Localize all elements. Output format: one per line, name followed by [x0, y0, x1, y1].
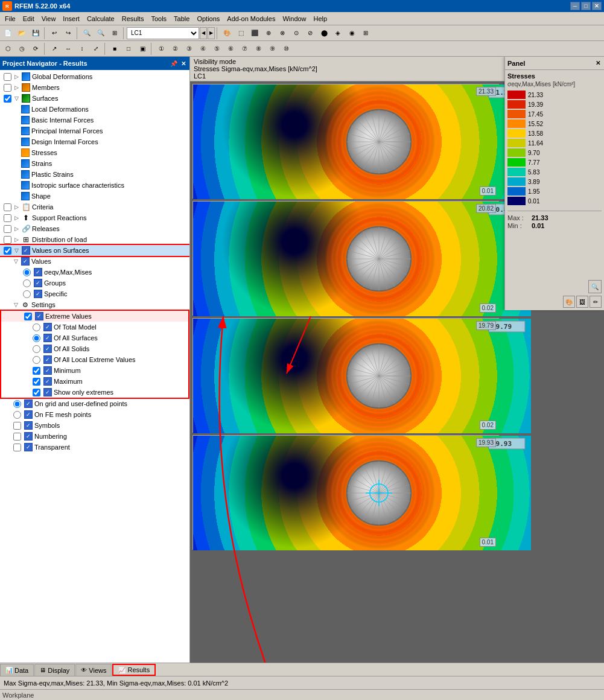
tool2[interactable]: ⊗ — [276, 27, 289, 40]
tree-item-local-deformations[interactable]: Local Deformations — [0, 104, 189, 115]
menu-options[interactable]: Options — [193, 14, 223, 24]
menu-addon[interactable]: Add-on Modules — [223, 14, 279, 24]
t2-3[interactable]: ⟳ — [29, 42, 42, 56]
t2-5[interactable]: ↔ — [62, 42, 75, 56]
combo-prev[interactable]: ◀ — [200, 27, 207, 39]
menu-edit[interactable]: Edit — [19, 14, 38, 24]
t2-14[interactable]: ④ — [196, 42, 209, 56]
check-extreme-values[interactable] — [24, 313, 32, 320]
panel-icon-1[interactable]: 🎨 — [563, 296, 575, 308]
expand-releases[interactable]: ▷ — [13, 225, 20, 232]
expand-values-on-surfaces[interactable]: ▽ — [13, 247, 20, 254]
radio-of-all-surfaces[interactable] — [33, 334, 40, 342]
tree-item-numbering[interactable]: ✓ Numbering — [0, 431, 189, 442]
tree-item-strains[interactable]: Strains — [0, 158, 189, 169]
tree-item-of-all-solids[interactable]: ✓ Of All Solids — [1, 343, 188, 354]
expand-distribution-of-load[interactable]: ▷ — [13, 236, 20, 243]
menu-view[interactable]: View — [38, 14, 60, 24]
menu-table[interactable]: Table — [170, 14, 193, 24]
tool5[interactable]: ⬤ — [317, 27, 331, 40]
check-numbering[interactable] — [13, 433, 21, 441]
check-symbols[interactable] — [13, 422, 21, 430]
t2-13[interactable]: ③ — [182, 42, 196, 56]
menu-help[interactable]: Help — [310, 14, 331, 24]
t2-4[interactable]: ↗ — [48, 42, 61, 56]
check-show-only-extremes[interactable] — [33, 389, 40, 396]
t2-20[interactable]: ⑩ — [279, 42, 293, 56]
expand-settings[interactable]: ▽ — [12, 301, 19, 308]
pin-button[interactable]: 📌 — [169, 60, 179, 67]
tree-item-of-all-local[interactable]: ✓ Of All Local Extreme Values — [1, 354, 188, 365]
zoom-in[interactable]: 🔍 — [80, 27, 94, 40]
expand-criteria[interactable]: ▷ — [13, 203, 20, 211]
panel-close-button[interactable]: ✕ — [180, 60, 187, 67]
check-releases[interactable] — [4, 225, 11, 233]
tool1[interactable]: ⊕ — [262, 27, 275, 40]
check-surfaces[interactable] — [4, 95, 11, 103]
panel-icon-3[interactable]: ✏ — [590, 296, 602, 308]
tree-item-on-grid[interactable]: ✓ On grid and user-defined points — [0, 398, 189, 409]
tree-item-criteria[interactable]: ▷ 📋 Criteria — [0, 202, 189, 212]
expand-members[interactable]: ▷ — [13, 84, 20, 91]
check-minimum[interactable] — [33, 367, 40, 375]
check-global-deformations[interactable] — [4, 73, 11, 81]
tree-item-basic-internal-forces[interactable]: Basic Internal Forces — [0, 115, 189, 126]
save-button[interactable]: 💾 — [29, 27, 42, 40]
tab-data[interactable]: 📊 Data — [0, 664, 34, 676]
menu-file[interactable]: File — [1, 14, 19, 24]
zoom-all[interactable]: ⊞ — [108, 27, 121, 40]
tool3[interactable]: ⊙ — [290, 27, 303, 40]
tree-item-members[interactable]: ▷ Members — [0, 82, 189, 93]
tree-item-extreme-values[interactable]: ✓ Extreme Values — [1, 311, 188, 322]
radio-of-total-model[interactable] — [33, 323, 40, 331]
tree-item-distribution-of-load[interactable]: ▷ ⊞ Distribution of load — [0, 234, 189, 245]
zoom-out[interactable]: 🔍 — [94, 27, 107, 40]
tree-item-surfaces[interactable]: ▽ Surfaces — [0, 93, 189, 104]
wire-btn[interactable]: ⬚ — [234, 27, 247, 40]
tree-item-show-only-extremes[interactable]: ✓ Show only extremes — [1, 387, 188, 398]
panel-zoom-btn[interactable]: 🔍 — [588, 280, 602, 293]
check-members[interactable] — [4, 84, 11, 92]
tab-display[interactable]: 🖥 Display — [34, 664, 75, 676]
radio-specific[interactable] — [23, 290, 31, 298]
menu-results[interactable]: Results — [118, 14, 148, 24]
t2-2[interactable]: ◷ — [15, 42, 28, 56]
tree-item-symbols[interactable]: ✓ Symbols — [0, 420, 189, 431]
tree-item-isotropic-surface[interactable]: Isotropic surface characteristics — [0, 180, 189, 191]
redo-button[interactable]: ↪ — [62, 27, 75, 40]
load-case-combo[interactable]: LC1 — [127, 27, 199, 39]
check-values-on-surfaces[interactable] — [4, 247, 11, 255]
t2-1[interactable]: ⬡ — [1, 42, 14, 56]
check-maximum[interactable] — [33, 378, 40, 386]
tree-item-on-fe-mesh[interactable]: ✓ On FE mesh points — [0, 409, 189, 420]
tree-item-stresses[interactable]: Stresses — [0, 147, 189, 158]
undo-button[interactable]: ↩ — [48, 27, 61, 40]
tree-item-values-on-surfaces[interactable]: ▽ ✓ Values on Surfaces — [0, 245, 189, 256]
radio-on-grid[interactable] — [13, 400, 21, 408]
tool8[interactable]: ⊞ — [359, 27, 372, 40]
tree-item-minimum[interactable]: ✓ Minimum — [1, 365, 188, 376]
tree-item-releases[interactable]: ▷ 🔗 Releases — [0, 223, 189, 234]
tree-item-global-deformations[interactable]: ▷ Global Deformations — [0, 71, 189, 82]
tree-item-plastic-strains[interactable]: Plastic Strains — [0, 169, 189, 180]
open-button[interactable]: 📂 — [15, 27, 28, 40]
radio-on-fe-mesh[interactable] — [13, 411, 21, 419]
t2-19[interactable]: ⑨ — [265, 42, 279, 56]
tree-item-values[interactable]: ▽ ✓ Values — [0, 256, 189, 267]
maximize-button[interactable]: □ — [581, 2, 591, 10]
tree-item-of-all-surfaces[interactable]: ✓ Of All Surfaces — [1, 332, 188, 343]
tree-item-settings[interactable]: ▽ ⚙ Settings — [0, 299, 189, 310]
radio-sigma-eqv[interactable] — [23, 269, 31, 276]
tab-views[interactable]: 👁 Views — [75, 664, 112, 676]
tool6[interactable]: ◈ — [331, 27, 345, 40]
t2-11[interactable]: ① — [154, 42, 168, 56]
radio-of-all-solids[interactable] — [33, 345, 40, 353]
check-transparent[interactable] — [13, 444, 21, 451]
t2-12[interactable]: ② — [168, 42, 182, 56]
t2-10[interactable]: ▣ — [136, 42, 149, 56]
tree-item-principal-internal-forces[interactable]: Principal Internal Forces — [0, 126, 189, 136]
check-distribution-of-load[interactable] — [4, 236, 11, 244]
new-button[interactable]: 📄 — [1, 27, 14, 40]
tool7[interactable]: ◉ — [345, 27, 358, 40]
tab-results[interactable]: 📈 Results — [112, 664, 156, 676]
